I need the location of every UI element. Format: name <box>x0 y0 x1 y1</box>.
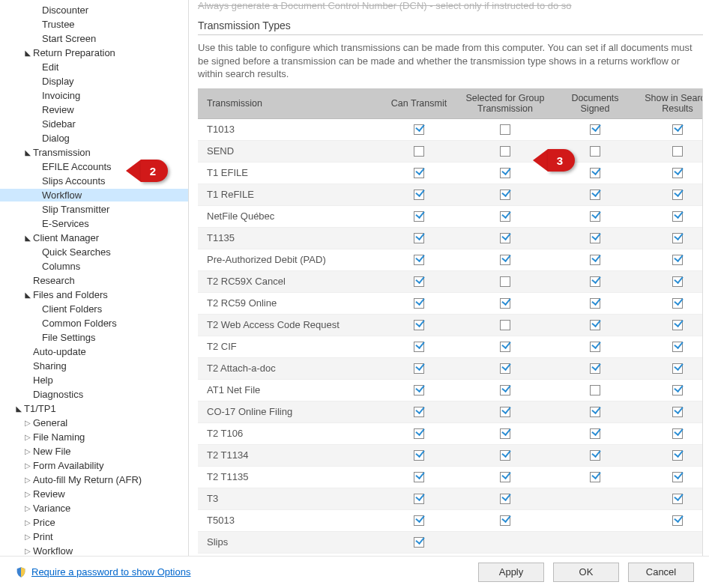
checkbox[interactable] <box>672 385 683 395</box>
checkbox[interactable] <box>672 233 683 243</box>
checkbox[interactable] <box>672 168 683 178</box>
checkbox[interactable] <box>672 472 683 482</box>
checkbox[interactable] <box>590 190 600 200</box>
checkbox[interactable] <box>414 428 424 439</box>
tree-item-auto-update[interactable]: Auto-update <box>0 345 188 358</box>
ok-button[interactable]: OK <box>553 563 619 582</box>
checkbox[interactable] <box>590 450 600 461</box>
chevron-down-icon[interactable]: ◢ <box>15 402 22 415</box>
checkbox[interactable] <box>414 146 424 157</box>
tree-item-research[interactable]: Research <box>0 274 188 287</box>
checkbox[interactable] <box>414 472 424 482</box>
checkbox[interactable] <box>414 494 424 504</box>
checkbox[interactable] <box>500 146 510 157</box>
checkbox[interactable] <box>500 363 510 374</box>
chevron-right-icon[interactable]: ▷ <box>24 502 31 515</box>
tree-item-price[interactable]: ▷Price <box>0 516 188 529</box>
checkbox[interactable] <box>672 342 683 352</box>
checkbox[interactable] <box>500 233 510 243</box>
checkbox[interactable] <box>500 298 510 309</box>
chevron-right-icon[interactable]: ▷ <box>24 459 31 472</box>
checkbox[interactable] <box>500 494 510 504</box>
tree-item-file-naming[interactable]: ▷File Naming <box>0 431 188 443</box>
transmission-table-wrap[interactable]: Transmission Can Transmit Selected for G… <box>198 88 703 556</box>
checkbox[interactable] <box>414 211 424 222</box>
tree-item-help[interactable]: Help <box>0 374 188 387</box>
checkbox[interactable] <box>672 363 683 374</box>
checkbox[interactable] <box>414 168 424 178</box>
tree-item-trustee[interactable]: Trustee <box>0 18 188 31</box>
chevron-down-icon[interactable]: ◢ <box>24 288 31 301</box>
tree-item-sharing[interactable]: Sharing <box>0 360 188 372</box>
tree-item-auto-fill-my-return-afr-[interactable]: ▷Auto-fill My Return (AFR) <box>0 473 188 486</box>
chevron-down-icon[interactable]: ◢ <box>24 146 31 159</box>
checkbox[interactable] <box>414 298 424 309</box>
chevron-down-icon[interactable]: ◢ <box>24 46 31 59</box>
checkbox[interactable] <box>672 190 683 200</box>
tree-item-client-folders[interactable]: Client Folders <box>0 303 188 315</box>
apply-button[interactable]: Apply <box>478 563 544 582</box>
checkbox[interactable] <box>672 494 683 504</box>
checkbox[interactable] <box>672 450 683 461</box>
checkbox[interactable] <box>672 276 683 287</box>
checkbox[interactable] <box>672 255 683 265</box>
chevron-right-icon[interactable]: ▷ <box>24 473 31 486</box>
tree-item-print[interactable]: ▷Print <box>0 530 188 543</box>
checkbox[interactable] <box>672 211 683 222</box>
chevron-right-icon[interactable]: ▷ <box>24 431 31 443</box>
tree-item-dialog[interactable]: Dialog <box>0 132 188 145</box>
tree-item-workflow[interactable]: ▷Workflow <box>0 545 188 556</box>
checkbox[interactable] <box>500 428 510 439</box>
checkbox[interactable] <box>500 342 510 352</box>
checkbox[interactable] <box>590 342 600 352</box>
tree-item-t1-tp1[interactable]: ◢T1/TP1 <box>0 402 188 415</box>
tree-item-diagnostics[interactable]: Diagnostics <box>0 388 188 401</box>
checkbox[interactable] <box>500 276 510 287</box>
tree-item-new-file[interactable]: ▷New File <box>0 445 188 458</box>
tree-item-workflow[interactable]: Workflow <box>0 189 188 201</box>
checkbox[interactable] <box>590 211 600 222</box>
checkbox[interactable] <box>672 428 683 439</box>
checkbox[interactable] <box>500 450 510 461</box>
checkbox[interactable] <box>590 124 600 135</box>
checkbox[interactable] <box>414 342 424 352</box>
checkbox[interactable] <box>414 255 424 265</box>
col-documents-signed[interactable]: Documents Signed <box>558 88 633 119</box>
checkbox[interactable] <box>590 168 600 178</box>
checkbox[interactable] <box>500 255 510 265</box>
checkbox[interactable] <box>414 124 424 135</box>
tree-item-display[interactable]: Display <box>0 75 188 88</box>
tree-item-sidebar[interactable]: Sidebar <box>0 118 188 130</box>
tree-item-files-and-folders[interactable]: ◢Files and Folders <box>0 288 188 301</box>
tree-item-transmission[interactable]: ◢Transmission <box>0 146 188 159</box>
tree-item-columns[interactable]: Columns <box>0 260 188 273</box>
checkbox[interactable] <box>672 298 683 309</box>
checkbox[interactable] <box>414 233 424 243</box>
require-password-link[interactable]: Require a password to show Options <box>31 566 190 578</box>
checkbox[interactable] <box>500 320 510 330</box>
checkbox[interactable] <box>590 298 600 309</box>
checkbox[interactable] <box>500 124 510 135</box>
checkbox[interactable] <box>590 472 600 482</box>
tree-item-quick-searches[interactable]: Quick Searches <box>0 246 188 258</box>
checkbox[interactable] <box>590 276 600 287</box>
checkbox[interactable] <box>500 211 510 222</box>
checkbox[interactable] <box>500 515 510 526</box>
checkbox[interactable] <box>414 450 424 461</box>
checkbox[interactable] <box>672 320 683 330</box>
col-can-transmit[interactable]: Can Transmit <box>385 88 453 119</box>
checkbox[interactable] <box>414 190 424 200</box>
checkbox[interactable] <box>500 190 510 200</box>
chevron-right-icon[interactable]: ▷ <box>24 530 31 543</box>
tree-item-discounter[interactable]: Discounter <box>0 4 188 16</box>
tree-item-file-settings[interactable]: File Settings <box>0 331 188 344</box>
tree-item-edit[interactable]: Edit <box>0 61 188 73</box>
tree-item-review[interactable]: Review <box>0 103 188 116</box>
checkbox[interactable] <box>500 168 510 178</box>
checkbox[interactable] <box>414 320 424 330</box>
col-transmission[interactable]: Transmission <box>198 88 385 119</box>
tree-item-start-screen[interactable]: Start Screen <box>0 32 188 45</box>
col-group-transmission[interactable]: Selected for Group Transmission <box>453 88 558 119</box>
tree-item-form-availability[interactable]: ▷Form Availability <box>0 459 188 472</box>
checkbox[interactable] <box>414 385 424 395</box>
